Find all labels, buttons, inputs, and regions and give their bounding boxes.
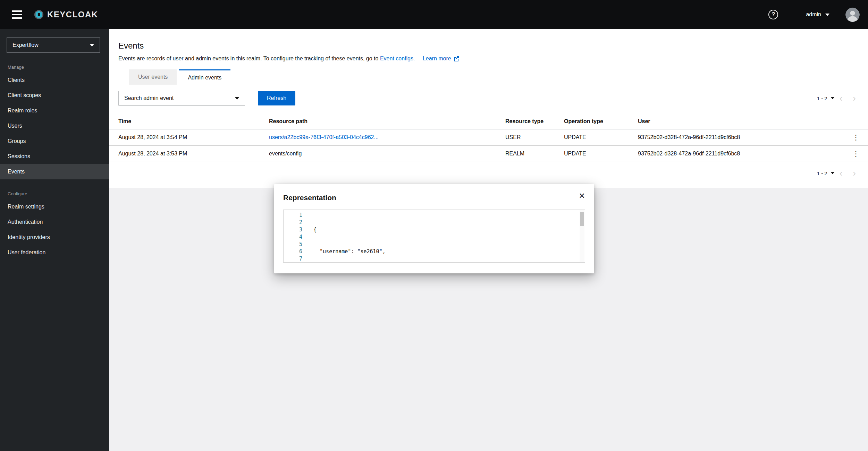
column-header-resource-path: Resource path bbox=[269, 114, 505, 129]
chevron-down-icon bbox=[235, 97, 239, 100]
admin-events-table: Time Resource path Resource type Operati… bbox=[109, 114, 868, 162]
row-actions-kebab-icon[interactable]: ⋮ bbox=[849, 150, 863, 158]
keycloak-logo-icon bbox=[34, 9, 44, 20]
column-header-actions bbox=[847, 114, 868, 129]
external-link-icon bbox=[454, 56, 459, 61]
pagination-menu-toggle[interactable]: 1 - 2 bbox=[817, 95, 834, 101]
avatar[interactable] bbox=[845, 8, 860, 22]
sidebar-item-clients[interactable]: Clients bbox=[0, 73, 109, 88]
pagination-menu-toggle[interactable]: 1 - 2 bbox=[817, 170, 834, 176]
question-circle-icon: ? bbox=[768, 10, 778, 19]
events-page: Events Events are records of user and ad… bbox=[109, 29, 868, 188]
cell-resource-type: REALM bbox=[505, 146, 564, 162]
cell-resource-type: USER bbox=[505, 129, 564, 146]
pagination-top: 1 - 2 ‹ › bbox=[817, 91, 861, 105]
pagination-bottom: 1 - 2 ‹ › bbox=[109, 162, 868, 186]
user-menu-button[interactable]: admin bbox=[806, 11, 829, 18]
sidebar-item-identity-providers[interactable]: Identity providers bbox=[0, 230, 109, 245]
brand-wordmark: KEYCLOAK bbox=[47, 10, 98, 19]
page-description: Events are records of user and admin eve… bbox=[118, 56, 858, 62]
sidebar-section-configure: Configure Realm settings Authentication … bbox=[0, 191, 109, 260]
table-row: August 28, 2024 at 3:53 PM events/config… bbox=[109, 146, 868, 162]
header-actions: ? admin bbox=[768, 8, 860, 22]
table-header-row: Time Resource path Resource type Operati… bbox=[109, 114, 868, 129]
column-header-resource-type: Resource type bbox=[505, 114, 564, 129]
pagination-next-button[interactable]: › bbox=[848, 166, 861, 180]
section-label-manage: Manage bbox=[8, 65, 109, 70]
sidebar-item-users[interactable]: Users bbox=[0, 118, 109, 134]
page-header: Events Events are records of user and ad… bbox=[109, 29, 868, 85]
representation-modal: Representation ✕ 1 2 3 4 5 6 7 { "userna… bbox=[274, 184, 594, 273]
pagination-prev-button[interactable]: ‹ bbox=[834, 166, 848, 180]
user-menu-label: admin bbox=[806, 11, 821, 18]
editor-scrollbar-thumb[interactable] bbox=[580, 212, 584, 226]
cell-time: August 28, 2024 at 3:53 PM bbox=[109, 146, 269, 162]
help-button[interactable]: ? bbox=[768, 10, 778, 19]
chevron-down-icon bbox=[831, 97, 834, 99]
editor-code-content: { "username": "se2610", "enabled": true,… bbox=[306, 210, 392, 262]
tab-admin-events[interactable]: Admin events bbox=[179, 69, 230, 85]
search-select-label: Search admin event bbox=[124, 95, 174, 101]
keycloak-admin-console: KEYCLOAK ? admin Expertflow bbox=[0, 0, 868, 451]
row-actions-kebab-icon[interactable]: ⋮ bbox=[849, 133, 863, 142]
pagination-range-label: 1 - 2 bbox=[817, 170, 827, 176]
sidebar-nav: Expertflow Manage Clients Client scopes … bbox=[0, 29, 109, 451]
cell-operation-type: UPDATE bbox=[564, 146, 638, 162]
sidebar-item-client-scopes[interactable]: Client scopes bbox=[0, 88, 109, 103]
cell-resource-path: events/config bbox=[269, 146, 505, 162]
code-editor[interactable]: 1 2 3 4 5 6 7 { "username": "se2610", "e… bbox=[283, 210, 585, 263]
pagination-range-label: 1 - 2 bbox=[817, 95, 827, 101]
realm-selector-label: Expertflow bbox=[12, 42, 39, 48]
user-avatar-icon bbox=[845, 8, 860, 22]
sidebar-item-sessions[interactable]: Sessions bbox=[0, 149, 109, 164]
learn-more-label: Learn more bbox=[423, 56, 451, 62]
hamburger-icon bbox=[12, 10, 22, 12]
cell-user: 93752b02-d328-472a-96df-2211d9cf6bc8 bbox=[638, 129, 847, 146]
code-line: "username": "se2610", bbox=[313, 248, 392, 255]
chevron-down-icon bbox=[831, 172, 834, 174]
tab-user-events[interactable]: User events bbox=[129, 69, 177, 85]
column-header-operation-type: Operation type bbox=[564, 114, 638, 129]
sidebar-item-authentication[interactable]: Authentication bbox=[0, 214, 109, 230]
table-row: August 28, 2024 at 3:54 PM users/a22bc99… bbox=[109, 129, 868, 146]
modal-title: Representation bbox=[283, 194, 585, 202]
code-line: { bbox=[313, 226, 392, 233]
page-title: Events bbox=[118, 41, 858, 51]
sidebar-item-realm-roles[interactable]: Realm roles bbox=[0, 103, 109, 118]
cell-time: August 28, 2024 at 3:54 PM bbox=[109, 129, 269, 146]
description-text: Events are records of user and admin eve… bbox=[118, 56, 378, 61]
sidebar-item-realm-settings[interactable]: Realm settings bbox=[0, 199, 109, 214]
admin-events-toolbar: Search admin event Refresh 1 - 2 ‹ › bbox=[109, 85, 868, 105]
chevron-down-icon bbox=[825, 14, 829, 16]
column-header-time: Time bbox=[109, 114, 269, 129]
editor-scrollbar[interactable] bbox=[580, 210, 584, 262]
column-header-user: User bbox=[638, 114, 847, 129]
sidebar-section-manage: Manage Clients Client scopes Realm roles… bbox=[0, 65, 109, 179]
sidebar-item-user-federation[interactable]: User federation bbox=[0, 245, 109, 260]
top-header: KEYCLOAK ? admin bbox=[0, 0, 868, 29]
close-icon[interactable]: ✕ bbox=[579, 192, 585, 201]
learn-more-link[interactable]: Learn more bbox=[423, 56, 459, 62]
event-configs-link[interactable]: Event configs bbox=[380, 56, 413, 61]
cell-user: 93752b02-d328-472a-96df-2211d9cf6bc8 bbox=[638, 146, 847, 162]
events-tabs: User events Admin events bbox=[129, 69, 858, 85]
pagination-next-button[interactable]: › bbox=[848, 91, 861, 105]
chevron-down-icon bbox=[90, 44, 94, 46]
sidebar-item-groups[interactable]: Groups bbox=[0, 134, 109, 149]
search-admin-event-select[interactable]: Search admin event bbox=[118, 91, 245, 105]
sidebar-item-events[interactable]: Events bbox=[0, 164, 109, 179]
description-period: . bbox=[413, 56, 415, 61]
refresh-button[interactable]: Refresh bbox=[258, 91, 295, 105]
nav-toggle-button[interactable] bbox=[12, 10, 22, 19]
resource-path-link[interactable]: users/a22bc99a-76f3-470f-a503-04c4c962..… bbox=[269, 134, 379, 140]
editor-line-numbers: 1 2 3 4 5 6 7 bbox=[284, 210, 306, 262]
realm-selector[interactable]: Expertflow bbox=[7, 37, 100, 53]
keycloak-logo[interactable]: KEYCLOAK bbox=[34, 9, 98, 20]
cell-operation-type: UPDATE bbox=[564, 129, 638, 146]
pagination-prev-button[interactable]: ‹ bbox=[834, 91, 848, 105]
section-label-configure: Configure bbox=[8, 191, 109, 196]
